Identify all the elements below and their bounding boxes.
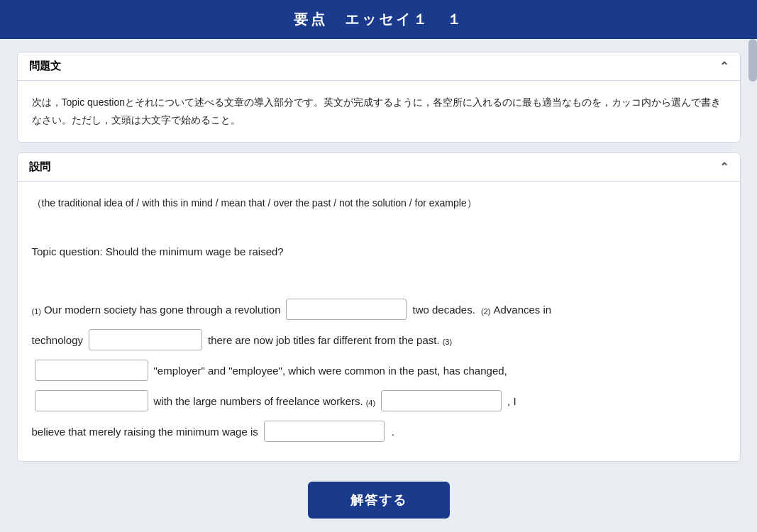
s1-before: Our modern society has gone through a re… (44, 296, 281, 323)
sentence-5: believe that merely raising the minimum … (32, 418, 726, 445)
setsumon-header: 設問 ⌃ (18, 153, 740, 182)
mondai-content: 次は，Topic questionとそれについて述べる文章の導入部分です。英文が… (18, 81, 740, 142)
sentence-3: "employer" and "employee", which were co… (32, 357, 726, 384)
input-2[interactable] (89, 329, 202, 350)
s1-num: (1) (32, 301, 41, 322)
page-header: 要点 エッセイ１ １ (0, 0, 757, 39)
input-1[interactable] (286, 299, 407, 320)
s2-technology: technology (32, 326, 84, 354)
s3-after: "employer" and "employee", which were co… (154, 357, 507, 384)
mondai-chevron-icon[interactable]: ⌃ (719, 60, 729, 73)
sentence-2: technology there are now job titles far … (32, 326, 726, 354)
setsumon-chevron-icon[interactable]: ⌃ (719, 160, 729, 174)
input-5[interactable] (381, 390, 502, 411)
s4-comma: , I (507, 387, 516, 415)
sentence-1: (1) Our modern society has gone through … (32, 296, 726, 323)
answer-button[interactable]: 解答する (308, 482, 450, 519)
setsumon-title: 設問 (29, 160, 50, 174)
s5-before: believe that merely raising the minimum … (32, 418, 258, 445)
setsumon-content: （the traditional idea of / with this in … (18, 182, 740, 461)
main-content: 問題文 ⌃ 次は，Topic questionとそれについて述べる文章の導入部分… (17, 52, 741, 462)
page-title: 要点 エッセイ１ １ (294, 11, 464, 27)
mondai-section: 問題文 ⌃ 次は，Topic questionとそれについて述べる文章の導入部分… (17, 52, 741, 143)
topic-question: Topic question: Should the minimum wage … (32, 242, 726, 261)
mondai-text: 次は，Topic questionとそれについて述べる文章の導入部分です。英文が… (32, 94, 726, 129)
s2-after: there are now job titles far different f… (208, 326, 440, 354)
s1-after: two decades. (412, 296, 478, 323)
input-3[interactable] (35, 360, 148, 381)
sentence-4: with the large numbers of freelance work… (32, 387, 726, 415)
input-6[interactable] (264, 421, 385, 442)
mondai-header: 問題文 ⌃ (18, 52, 740, 81)
sentence-area: (1) Our modern society has gone through … (32, 296, 726, 445)
scrollbar[interactable] (748, 39, 757, 82)
s5-period: . (392, 418, 394, 445)
s3-num: (3) (443, 332, 452, 353)
options-line: （the traditional idea of / with this in … (32, 194, 726, 212)
answer-section: 解答する (308, 482, 450, 519)
s4-after: with the large numbers of freelance work… (154, 387, 363, 415)
setsumon-section: 設問 ⌃ （the traditional idea of / with thi… (17, 153, 741, 462)
input-4[interactable] (35, 390, 148, 411)
mondai-title: 問題文 (29, 60, 61, 73)
s4-num: (4) (366, 393, 375, 414)
s2-advances: Advances in (494, 296, 552, 323)
s2-num: (2) (481, 301, 490, 322)
